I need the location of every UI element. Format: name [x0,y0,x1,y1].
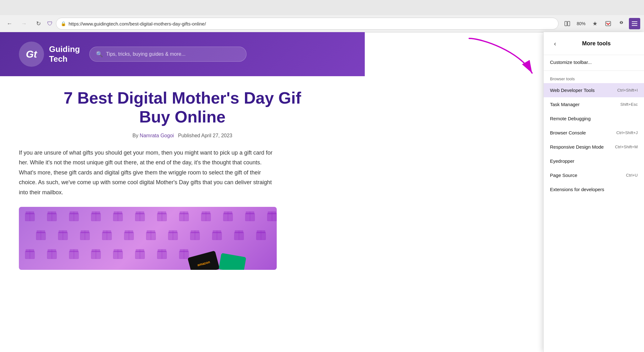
tab-bar [0,0,644,15]
extensions-for-developers-label: Extensions for developers [550,187,604,192]
arrow-annotation [463,32,545,96]
site-header: Gt Guiding Tech 🔍 Tips, tricks, buying g… [0,32,365,76]
zoom-level: 80% [575,21,587,26]
author-link[interactable]: Namrata Gogoi [140,133,174,138]
browser-console-shortcut: Ctrl+Shift+J [616,130,638,135]
menu-item-eyedropper[interactable]: Eyedropper [544,154,644,168]
svg-rect-0 [565,21,567,26]
url-display: https://www.guidingtech.com/best-digital… [69,21,554,26]
menu-item-web-developer-tools[interactable]: Web Developer Tools Ctrl+Shift+I [544,83,644,97]
logo-letters: Gt [26,48,37,60]
back-button[interactable]: ← [4,18,15,29]
menu-divider-1 [544,71,644,71]
svg-rect-2 [606,21,611,26]
browser-chrome: ← → ↻ 🛡 🔒 https://www.guidingtech.com/be… [0,0,644,32]
article-meta: By Namrata Gogoi Published April 27, 202… [19,133,346,139]
gift-cards: amazon [189,251,245,270]
article-hero-image: amazon [19,207,277,270]
menu-item-remote-debugging[interactable]: Remote Debugging [544,111,644,126]
site-logo: Gt Guiding Tech [19,42,80,67]
menu-line-3 [632,25,637,26]
menu-line-1 [632,21,637,22]
more-tools-dropdown: ‹ More tools Customize toolbar... Browse… [543,32,644,352]
address-bar[interactable]: 🔒 https://www.guidingtech.com/best-digit… [56,18,558,30]
article-area: 7 Best Digital Mother's Day Gif Buy Onli… [0,76,365,282]
search-icon: 🔍 [96,51,103,58]
svg-rect-1 [568,21,570,26]
menu-line-2 [632,23,637,24]
website-content: Gt Guiding Tech 🔍 Tips, tricks, buying g… [0,32,365,352]
site-search-bar[interactable]: 🔍 Tips, tricks, buying guides & more... [89,47,247,62]
bookmark-star-button[interactable]: ★ [589,18,601,29]
menu-item-customize-toolbar[interactable]: Customize toolbar... [544,55,644,69]
logo-line1: Guiding [49,44,80,54]
menu-item-page-source[interactable]: Page Source Ctrl+U [544,168,644,182]
page-source-label: Page Source [550,173,577,178]
dropdown-title: More tools [565,40,638,47]
responsive-design-mode-label: Responsive Design Mode [550,144,604,150]
eyedropper-label: Eyedropper [550,158,575,164]
forward-button[interactable]: → [18,18,30,29]
nav-bar: ← → ↻ 🛡 🔒 https://www.guidingtech.com/be… [0,15,644,32]
back-chevron-icon: ‹ [554,40,556,47]
article-title-line1: 7 Best Digital Mother's Day Gif [19,89,346,108]
web-developer-tools-shortcut: Ctrl+Shift+I [617,88,638,93]
menu-item-browser-console[interactable]: Browser Console Ctrl+Shift+J [544,126,644,140]
lock-icon: 🔒 [61,21,66,26]
menu-item-task-manager[interactable]: Task Manager Shift+Esc [544,97,644,111]
amazon-card: amazon [187,251,219,270]
remote-debugging-label: Remote Debugging [550,116,591,121]
task-manager-shortcut: Shift+Esc [620,102,638,107]
green-card [219,253,246,270]
arrow-svg [463,32,545,95]
responsive-design-mode-shortcut: Ctrl+Shift+M [615,145,638,149]
logo-circle: Gt [19,42,44,67]
shield-icon: 🛡 [47,20,53,27]
toolbar-icons: 80% ★ [562,18,640,29]
logo-line2: Tech [49,54,80,64]
customize-toolbar-label: Customize toolbar... [550,60,592,65]
reader-view-button[interactable] [562,18,573,29]
menu-item-responsive-design-mode[interactable]: Responsive Design Mode Ctrl+Shift+M [544,140,644,154]
extensions-button[interactable] [616,18,627,29]
browser-tools-section-label: Browser tools [544,72,644,83]
page-source-shortcut: Ctrl+U [626,173,638,178]
article-title-line2: Buy Online [19,108,346,127]
task-manager-label: Task Manager [550,102,580,107]
reload-button[interactable]: ↻ [33,18,44,29]
back-to-menu-button[interactable]: ‹ [550,38,560,48]
open-menu-button[interactable] [629,18,640,29]
article-body: If you are unsure of what gifts you shou… [19,148,277,198]
logo-text: Guiding Tech [49,44,80,64]
article-title: 7 Best Digital Mother's Day Gif Buy Onli… [19,89,346,127]
menu-item-extensions-for-developers[interactable]: Extensions for developers [544,182,644,196]
pocket-button[interactable] [602,18,614,29]
dropdown-header: ‹ More tools [544,32,644,55]
web-developer-tools-label: Web Developer Tools [550,88,595,93]
search-placeholder: Tips, tricks, buying guides & more... [106,51,186,57]
browser-console-label: Browser Console [550,130,586,135]
